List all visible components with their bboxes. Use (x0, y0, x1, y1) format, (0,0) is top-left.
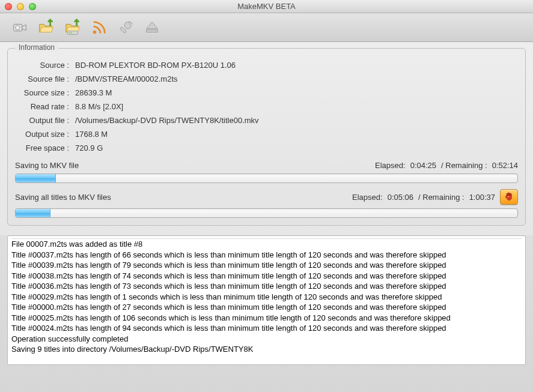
log-line: Title #00039.m2ts has length of 79 secon… (11, 260, 522, 271)
info-row-output-size: Output size : 1768.8 M (15, 130, 518, 139)
info-row-source: Source : BD-ROM PLEXTOR BD-ROM PX-B120U … (15, 61, 518, 70)
window-title: MakeMKV BETA (0, 2, 533, 11)
progress-section-all: Saving all titles to MKV files Elapsed: … (15, 189, 518, 218)
value-source-size: 28639.3 M (73, 88, 518, 97)
progress1-remaining: 0:52:14 (492, 161, 518, 170)
svg-point-11 (93, 30, 97, 34)
value-output-size: 1768.8 M (73, 130, 518, 139)
progress-section-file: Saving to MKV file Elapsed: 0:04:25 / Re… (15, 161, 518, 183)
log-line: Operation successfully completed (11, 334, 522, 345)
zoom-window-button[interactable] (29, 3, 36, 10)
svg-marker-4 (40, 27, 53, 32)
log-line: Title #00029.m2ts has length of 1 second… (11, 292, 522, 303)
progress2-bar (15, 208, 518, 218)
titlebar: MakeMKV BETA (0, 0, 533, 13)
value-read-rate: 8.8 M/s [2.0X] (73, 102, 518, 111)
value-source: BD-ROM PLEXTOR BD-ROM PX-B120U 1.06 (73, 61, 518, 70)
progress2-fill (16, 209, 50, 217)
svg-point-2 (16, 25, 20, 29)
svg-rect-9 (69, 32, 72, 33)
label-source: Source : (15, 61, 73, 70)
log-output[interactable]: File 00007.m2ts was added as title #8 Ti… (7, 235, 526, 365)
window-controls (5, 3, 36, 10)
log-line: Title #00037.m2ts has length of 66 secon… (11, 250, 522, 261)
information-legend: Information (15, 43, 58, 52)
log-line: Title #00025.m2ts has length of 106 seco… (11, 313, 522, 324)
svg-marker-13 (147, 22, 158, 28)
log-line: Title #00036.m2ts has length of 73 secon… (11, 281, 522, 292)
info-row-source-file: Source file : /BDMV/STREAM/00002.m2ts (15, 74, 518, 83)
progress2-remaining-label: / Remaining : (418, 193, 464, 202)
progress1-title: Saving to MKV file (15, 161, 79, 170)
progress1-remaining-label: / Remaining : (441, 161, 487, 170)
camera-icon[interactable] (8, 17, 31, 38)
minimize-window-button[interactable] (17, 3, 24, 10)
log-line: Saving 9 titles into directory /Volumes/… (11, 344, 522, 355)
stream-icon[interactable] (88, 17, 111, 38)
open-disc-icon[interactable] (61, 17, 84, 38)
label-read-rate: Read rate : (15, 102, 73, 111)
wrench-icon[interactable] (114, 17, 137, 38)
label-free-space: Free space : (15, 143, 73, 152)
info-grid: Source : BD-ROM PLEXTOR BD-ROM PX-B120U … (15, 61, 518, 152)
svg-marker-1 (22, 25, 26, 30)
progress2-elapsed: 0:05:06 (388, 193, 413, 202)
label-output-file: Output file : (15, 116, 73, 125)
open-folder-icon[interactable] (35, 17, 58, 38)
log-line: File 00007.m2ts was added as title #8 (11, 239, 522, 250)
label-source-size: Source size : (15, 88, 73, 97)
value-free-space: 720.9 G (73, 143, 518, 152)
toolbar (0, 13, 533, 42)
progress2-title: Saving all titles to MKV files (15, 193, 111, 202)
hand-stop-icon (504, 191, 514, 202)
info-row-output-file: Output file : /Volumes/Backup/-DVD Rips/… (15, 116, 518, 125)
svg-rect-14 (147, 29, 158, 32)
progress1-elapsed-label: Elapsed: (375, 161, 406, 170)
progress1-bar (15, 173, 518, 183)
progress2-remaining: 1:00:37 (469, 193, 495, 202)
progress2-elapsed-label: Elapsed: (352, 193, 383, 202)
info-row-source-size: Source size : 28639.3 M (15, 88, 518, 97)
progress1-elapsed: 0:04:25 (410, 161, 436, 170)
eject-icon[interactable] (141, 17, 163, 38)
info-row-read-rate: Read rate : 8.8 M/s [2.0X] (15, 102, 518, 111)
content-area: Information Source : BD-ROM PLEXTOR BD-R… (0, 42, 533, 235)
value-output-file: /Volumes/Backup/-DVD Rips/TWENTY8K/title… (73, 116, 518, 125)
log-line: Title #00038.m2ts has length of 74 secon… (11, 271, 522, 282)
label-source-file: Source file : (15, 74, 73, 83)
progress1-fill (16, 174, 56, 182)
log-line: Title #00024.m2ts has length of 94 secon… (11, 323, 522, 334)
info-row-free-space: Free space : 720.9 G (15, 143, 518, 152)
label-output-size: Output size : (15, 130, 73, 139)
stop-button[interactable] (500, 189, 518, 205)
close-window-button[interactable] (5, 3, 12, 10)
information-groupbox: Information Source : BD-ROM PLEXTOR BD-R… (7, 48, 526, 226)
value-source-file: /BDMV/STREAM/00002.m2ts (73, 74, 518, 83)
log-line: Title #00000.m2ts has length of 27 secon… (11, 302, 522, 313)
